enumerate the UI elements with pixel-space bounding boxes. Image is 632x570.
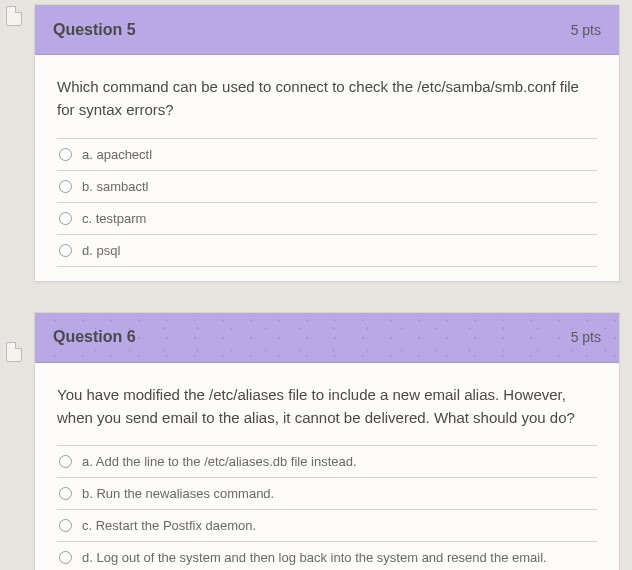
option-label: c. testparm <box>82 211 146 226</box>
option-row[interactable]: c. Restart the Postfix daemon. <box>57 510 597 542</box>
radio-icon[interactable] <box>59 487 72 500</box>
question-title: Question 6 <box>53 328 136 346</box>
options-list: a. Add the line to the /etc/aliases.db f… <box>57 445 597 570</box>
radio-icon[interactable] <box>59 519 72 532</box>
question-points: 5 pts <box>571 329 601 345</box>
option-label: b. sambactl <box>82 179 148 194</box>
radio-icon[interactable] <box>59 244 72 257</box>
page-icon <box>6 342 22 362</box>
radio-icon[interactable] <box>59 180 72 193</box>
question-header: Question 5 5 pts <box>35 5 619 55</box>
radio-icon[interactable] <box>59 551 72 564</box>
option-label: a. apachectl <box>82 147 152 162</box>
option-label: a. Add the line to the /etc/aliases.db f… <box>82 454 357 469</box>
radio-icon[interactable] <box>59 455 72 468</box>
radio-icon[interactable] <box>59 148 72 161</box>
question-header: Question 6 5 pts <box>35 313 619 363</box>
page-icon <box>6 6 22 26</box>
question-body: You have modified the /etc/aliases file … <box>35 363 619 571</box>
option-label: b. Run the newaliases command. <box>82 486 274 501</box>
option-row[interactable]: a. Add the line to the /etc/aliases.db f… <box>57 446 597 478</box>
options-list: a. apachectl b. sambactl c. testparm d. … <box>57 138 597 267</box>
option-label: c. Restart the Postfix daemon. <box>82 518 256 533</box>
option-row[interactable]: c. testparm <box>57 203 597 235</box>
option-row[interactable]: b. sambactl <box>57 171 597 203</box>
question-prompt: Which command can be used to connect to … <box>57 75 597 122</box>
option-label: d. Log out of the system and then log ba… <box>82 550 547 565</box>
option-row[interactable]: d. psql <box>57 235 597 267</box>
option-row[interactable]: a. apachectl <box>57 139 597 171</box>
question-card-5: Question 5 5 pts Which command can be us… <box>34 4 620 282</box>
question-body: Which command can be used to connect to … <box>35 55 619 281</box>
option-row[interactable]: b. Run the newaliases command. <box>57 478 597 510</box>
question-card-6: Question 6 5 pts You have modified the /… <box>34 312 620 571</box>
radio-icon[interactable] <box>59 212 72 225</box>
question-title: Question 5 <box>53 21 136 39</box>
option-row[interactable]: d. Log out of the system and then log ba… <box>57 542 597 570</box>
question-prompt: You have modified the /etc/aliases file … <box>57 383 597 430</box>
question-points: 5 pts <box>571 22 601 38</box>
option-label: d. psql <box>82 243 120 258</box>
